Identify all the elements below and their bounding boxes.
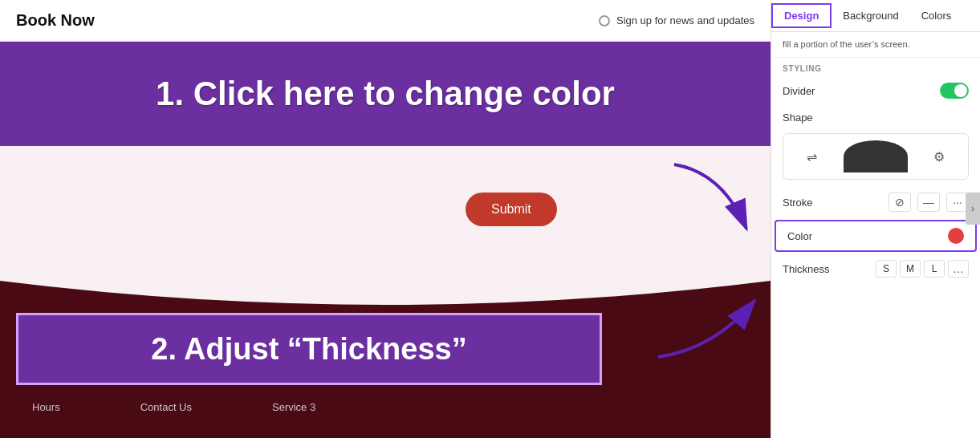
stroke-solid-btn[interactable]: — bbox=[917, 193, 940, 212]
footer-links: Hours Contact Us Service 3 bbox=[0, 401, 771, 413]
banner-1: 1. Click here to change color bbox=[0, 42, 771, 146]
main-content: Book Now Sign up for news and updates 1.… bbox=[0, 0, 771, 438]
brand-logo: Book Now bbox=[16, 11, 95, 30]
scroll-right-arrow[interactable]: › bbox=[966, 193, 980, 225]
tab-colors[interactable]: Colors bbox=[910, 0, 963, 31]
color-row[interactable]: Color bbox=[775, 220, 977, 252]
banner-1-text: 1. Click here to change color bbox=[156, 75, 615, 113]
top-bar: Book Now Sign up for news and updates bbox=[0, 0, 771, 42]
banner-2-text: 2. Adjust “Thickness” bbox=[151, 332, 466, 367]
color-swatch[interactable] bbox=[948, 228, 964, 244]
footer-link-service[interactable]: Service 3 bbox=[272, 401, 315, 413]
banner-2: 2. Adjust “Thickness” bbox=[16, 313, 602, 385]
thickness-label: Thickness bbox=[783, 263, 830, 275]
styling-header: STYLING bbox=[771, 58, 980, 76]
stroke-label: Stroke bbox=[783, 197, 813, 209]
stroke-row: Stroke ⊘ — ··· bbox=[771, 186, 980, 218]
footer-link-contact[interactable]: Contact Us bbox=[140, 401, 192, 413]
tab-design[interactable]: Design bbox=[771, 3, 832, 28]
shape-label: Shape bbox=[783, 112, 813, 124]
divider-row: Divider bbox=[771, 76, 980, 105]
shape-row: Shape bbox=[771, 105, 980, 130]
submit-button[interactable]: Submit bbox=[466, 193, 557, 226]
signup-label: Sign up for news and updates bbox=[616, 14, 754, 26]
right-panel: Design Background Colors fill a portion … bbox=[771, 0, 980, 438]
shape-preview-arc[interactable] bbox=[844, 140, 908, 172]
thickness-m-btn[interactable]: M bbox=[900, 260, 921, 278]
thickness-options: S M L … bbox=[876, 260, 969, 278]
shuffle-icon[interactable]: ⇌ bbox=[799, 144, 825, 169]
footer-link-hours[interactable]: Hours bbox=[32, 401, 60, 413]
stroke-none-btn[interactable]: ⊘ bbox=[889, 193, 911, 212]
divider-toggle[interactable] bbox=[940, 83, 969, 99]
thickness-row: Thickness S M L … bbox=[771, 253, 980, 284]
thickness-s-btn[interactable]: S bbox=[876, 260, 897, 278]
stroke-options: ⊘ — ··· bbox=[889, 193, 969, 212]
thickness-more-btn[interactable]: … bbox=[948, 260, 969, 278]
filter-icon[interactable]: ⚙ bbox=[926, 144, 952, 169]
shape-selector: ⇌ ⚙ bbox=[783, 133, 969, 180]
signup-area: Sign up for news and updates bbox=[599, 14, 754, 26]
panel-description: fill a portion of the user’s screen. bbox=[771, 32, 980, 58]
divider-label: Divider bbox=[783, 85, 815, 97]
thickness-l-btn[interactable]: L bbox=[924, 260, 945, 278]
signup-radio[interactable] bbox=[599, 15, 610, 26]
color-label: Color bbox=[787, 230, 812, 242]
panel-tabs: Design Background Colors bbox=[771, 0, 980, 32]
tab-background[interactable]: Background bbox=[832, 0, 909, 31]
